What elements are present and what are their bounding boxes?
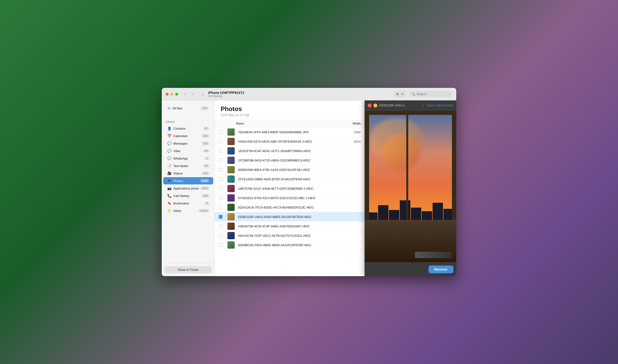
sidebar-item-other[interactable]: 📁 Other 10533 bbox=[163, 207, 213, 214]
sidebar-call-history-label: Call History bbox=[173, 194, 202, 198]
row-9-thumb bbox=[227, 204, 235, 211]
row-8-checkbox[interactable] bbox=[219, 196, 223, 200]
home-button[interactable]: ⌂ bbox=[199, 91, 206, 98]
preview-close-button[interactable]: ✕ bbox=[368, 104, 372, 107]
preview-filename: EE9D12DF-A6A3-4... bbox=[379, 104, 419, 107]
sidebar-videos-count: 475 bbox=[202, 172, 209, 175]
row-5-name: 6D885A86-90E4-475E-A234-1DDC9124F1B1.HEI… bbox=[236, 168, 341, 172]
sidebar-videos-label: Videos bbox=[173, 172, 202, 175]
recover-button[interactable]: Recover bbox=[428, 265, 453, 273]
row-10-name: EE9D12DF-A6A3-43AD-B8E5-35120F4D7E05.HEI… bbox=[236, 215, 341, 219]
row-5-thumb bbox=[227, 166, 235, 173]
row-1-thumb bbox=[227, 129, 235, 136]
videos-icon: 🎥 bbox=[167, 171, 171, 175]
row-10-checkbox[interactable] bbox=[219, 215, 223, 219]
row-7-thumb bbox=[227, 185, 235, 192]
photos-icon: ✦ bbox=[167, 179, 171, 183]
device-subtitle: iOS Backup bbox=[208, 95, 394, 98]
sidebar-whatsapp-label: WhatsApp bbox=[173, 157, 205, 160]
row-2-width: 3024 bbox=[341, 140, 361, 143]
sidebar-item-photos[interactable]: ✦ Photos 2107 bbox=[163, 177, 213, 184]
show-in-finder-button[interactable]: Show in Finder bbox=[165, 266, 212, 273]
row-3-checkbox[interactable] bbox=[219, 149, 223, 153]
row-7-checkbox[interactable] bbox=[219, 187, 223, 190]
maximize-button[interactable] bbox=[175, 93, 178, 96]
chevron-down-icon: ▾ bbox=[400, 91, 405, 97]
close-button[interactable] bbox=[166, 93, 168, 96]
sidebar-item-messages[interactable]: 💬 Messages 106 bbox=[163, 140, 213, 147]
row-11-name: A99A873B-4F20-4C4F-946E-AD67693A3497.HEI… bbox=[236, 224, 341, 228]
sidebar-item-whatsapp[interactable]: 💬 WhatsApp 3 bbox=[163, 155, 213, 162]
minimize-button[interactable] bbox=[170, 93, 173, 96]
preview-share-button[interactable]: ↑ bbox=[421, 103, 425, 108]
row-2-thumb bbox=[227, 138, 235, 145]
row-8-name: 67AE42D1-6763-42C4-B07D-D2E2CDCEC4BC 2.H… bbox=[236, 196, 341, 200]
row-13-checkbox[interactable] bbox=[219, 243, 223, 247]
row-3-thumb bbox=[227, 147, 235, 155]
row-11-thumb bbox=[227, 222, 235, 230]
sidebar-contacts-label: Contacts bbox=[173, 127, 203, 130]
sidebar-messages-label: Messages bbox=[173, 142, 202, 145]
scene bbox=[365, 111, 456, 262]
sidebar-other-label: Other bbox=[173, 209, 198, 213]
row-3-name: 162A2F39-0C4F-4E4C-ACF1-163A8FC9990A.HEI… bbox=[236, 149, 341, 153]
sidebar-item-text-notes[interactable]: 📝 Text Notes 20 bbox=[163, 162, 213, 169]
row-4-thumb bbox=[227, 157, 235, 164]
row-6-checkbox[interactable] bbox=[219, 177, 223, 181]
search-box: 🔍 bbox=[409, 91, 452, 97]
sidebar-calendars-count: 546 bbox=[202, 134, 209, 138]
back-button[interactable]: ‹ bbox=[182, 91, 189, 98]
main-window: ‹ › ⌂ iPhone (VHF7PP91XY) iOS Backup ⊞ ▾… bbox=[162, 88, 456, 276]
sidebar-applications-photo-label: Applications photo bbox=[173, 187, 200, 190]
preview-stop-button[interactable] bbox=[373, 104, 377, 107]
sidebar: ⊞ All files 18K Library 👤 Contacts 91 📅 … bbox=[162, 100, 215, 276]
forward-button[interactable]: › bbox=[190, 91, 196, 98]
open-with-preview-button[interactable]: Open with Preview bbox=[427, 104, 453, 107]
sidebar-item-contacts[interactable]: 👤 Contacts 91 bbox=[163, 125, 213, 132]
sidebar-item-applications-photo[interactable]: 📷 Applications photo 3932 bbox=[163, 185, 213, 192]
call-history-icon: 📞 bbox=[167, 194, 171, 198]
contacts-icon: 👤 bbox=[167, 127, 171, 130]
all-files-icon: ⊞ bbox=[167, 106, 170, 110]
sidebar-item-calendars[interactable]: 📅 Calendars 546 bbox=[163, 132, 213, 140]
row-10-thumb bbox=[227, 213, 235, 220]
row-1-name: 76329E49-2FFA-48E3-B9DF-5A05269A68BE.JPG bbox=[236, 130, 341, 134]
row-9-checkbox[interactable] bbox=[219, 205, 223, 209]
row-6-thumb bbox=[227, 175, 235, 183]
sidebar-item-bookmarks[interactable]: 🔖 Bookmarks 8 bbox=[163, 200, 213, 207]
header-name: Name bbox=[236, 122, 341, 125]
sidebar-text-notes-label: Text Notes bbox=[173, 164, 203, 168]
sidebar-applications-photo-count: 3932 bbox=[200, 187, 209, 190]
library-section: Library 👤 Contacts 91 📅 Calendars 546 💬 … bbox=[162, 116, 215, 218]
view-toggle[interactable]: ⊞ ▾ bbox=[394, 91, 406, 98]
header-checkbox-col bbox=[219, 122, 227, 125]
traffic-lights bbox=[166, 93, 178, 96]
sidebar-contacts-count: 91 bbox=[203, 127, 209, 130]
row-13-name: 00D9BC65-F00A-4BEE-8EB5-4A22F23FEFBF.HEI… bbox=[236, 243, 341, 247]
row-12-thumb bbox=[227, 232, 235, 239]
header-thumb-col bbox=[227, 122, 236, 125]
sidebar-item-call-history[interactable]: 📞 Call History 105 bbox=[163, 192, 213, 199]
sidebar-bookmarks-count: 8 bbox=[205, 202, 209, 205]
cloud-2 bbox=[383, 133, 420, 171]
row-2-name: A592A282-6374-44C6-A887-5F25FE4D9A45 2.H… bbox=[236, 140, 341, 143]
buildings bbox=[365, 171, 456, 224]
sidebar-item-all-files[interactable]: ⊞ All files 18K bbox=[164, 104, 213, 112]
row-4-checkbox[interactable] bbox=[219, 158, 223, 162]
all-files-label: All files bbox=[172, 106, 201, 110]
row-5-checkbox[interactable] bbox=[219, 168, 223, 172]
window-sill bbox=[365, 220, 456, 262]
sidebar-item-videos[interactable]: 🎥 Videos 475 bbox=[163, 170, 213, 177]
sidebar-viber-count: 46 bbox=[203, 149, 209, 153]
row-1-checkbox[interactable] bbox=[219, 130, 223, 134]
sidebar-other-count: 10533 bbox=[198, 209, 209, 212]
calendars-icon: 📅 bbox=[167, 134, 171, 138]
row-11-checkbox[interactable] bbox=[219, 224, 223, 228]
library-header: Library bbox=[162, 119, 215, 125]
sidebar-item-viber[interactable]: 💬 Viber 46 bbox=[163, 147, 213, 155]
search-input[interactable] bbox=[417, 92, 450, 96]
row-1-width: 2384 bbox=[341, 130, 361, 134]
row-2-checkbox[interactable] bbox=[219, 140, 223, 143]
row-12-checkbox[interactable] bbox=[219, 234, 223, 237]
viber-icon: 💬 bbox=[167, 149, 171, 153]
